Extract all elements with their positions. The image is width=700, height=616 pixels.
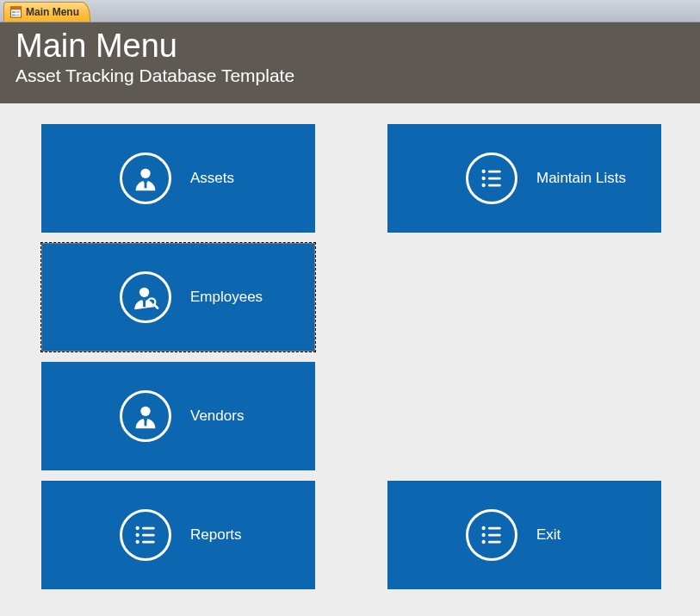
tile-exit[interactable]: Exit <box>387 481 661 589</box>
svg-point-25 <box>136 533 139 537</box>
tab-label: Main Menu <box>26 6 79 18</box>
svg-point-6 <box>140 169 150 178</box>
tile-reports[interactable]: Reports <box>41 481 315 589</box>
svg-rect-5 <box>16 15 20 16</box>
svg-rect-2 <box>12 11 15 13</box>
form-header: Main Menu Asset Tracking Database Templa… <box>0 22 700 103</box>
svg-point-31 <box>482 533 486 537</box>
list-icon <box>466 509 517 561</box>
svg-rect-1 <box>10 7 21 10</box>
svg-point-23 <box>136 526 139 530</box>
person-icon <box>120 390 171 442</box>
form-icon <box>9 6 22 18</box>
svg-rect-28 <box>142 541 155 544</box>
svg-point-11 <box>482 177 486 180</box>
svg-point-13 <box>482 184 486 187</box>
svg-rect-26 <box>142 534 155 537</box>
tile-label: Assets <box>190 170 234 187</box>
svg-rect-12 <box>488 177 501 180</box>
person-search-icon <box>120 271 171 323</box>
page-subtitle: Asset Tracking Database Template <box>15 65 685 86</box>
list-icon <box>466 152 517 204</box>
svg-point-33 <box>482 540 486 544</box>
tile-vendors[interactable]: Vendors <box>41 362 315 470</box>
menu-grid: Assets Maintain Lists <box>0 103 700 610</box>
tile-employees[interactable]: Employees <box>41 243 315 352</box>
svg-rect-10 <box>488 171 501 173</box>
tile-label: Vendors <box>190 408 244 425</box>
tile-assets[interactable]: Assets <box>41 124 315 233</box>
svg-rect-4 <box>16 11 20 13</box>
svg-point-15 <box>139 288 149 297</box>
svg-rect-30 <box>488 527 501 530</box>
tile-maintain-lists[interactable]: Maintain Lists <box>387 124 661 233</box>
svg-point-29 <box>482 526 486 530</box>
svg-rect-32 <box>488 534 501 537</box>
tile-label: Employees <box>190 289 263 306</box>
svg-rect-14 <box>488 184 501 187</box>
svg-line-19 <box>154 305 158 308</box>
svg-rect-24 <box>142 527 155 530</box>
svg-rect-3 <box>12 15 15 16</box>
svg-point-9 <box>482 170 486 173</box>
svg-point-20 <box>140 407 150 416</box>
tab-main-menu[interactable]: Main Menu <box>3 2 90 22</box>
page-title: Main Menu <box>15 29 685 64</box>
person-icon <box>120 152 171 204</box>
svg-point-27 <box>136 540 139 544</box>
tabstrip: Main Menu <box>0 0 700 22</box>
tile-label: Exit <box>536 526 561 544</box>
tile-label: Reports <box>190 526 242 544</box>
svg-rect-34 <box>488 541 501 544</box>
tile-label: Maintain Lists <box>536 170 626 187</box>
list-icon <box>120 509 171 561</box>
